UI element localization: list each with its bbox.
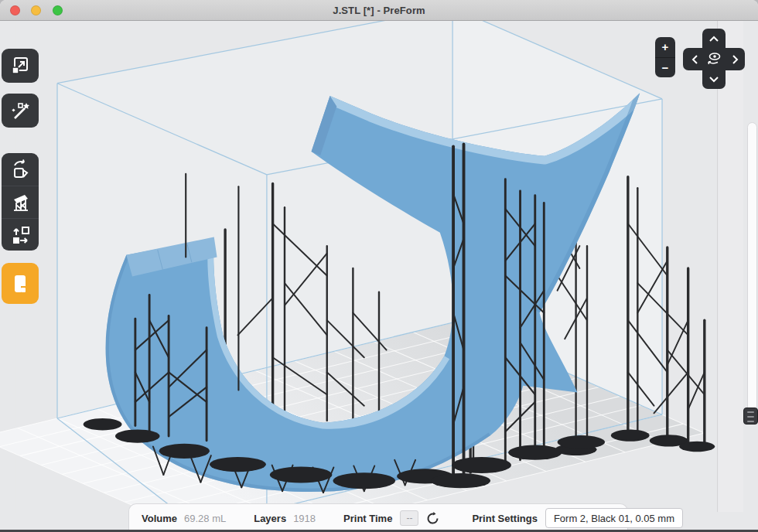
zoom-control: + − [655,37,675,77]
recalculate-print-time-button[interactable] [424,510,441,527]
one-click-print-button[interactable] [2,94,39,128]
rotate-down-button[interactable] [705,71,722,87]
print-settings-label: Print Settings [472,513,538,524]
rotate-cube-icon [9,159,31,180]
print-button[interactable] [2,263,39,304]
refresh-icon [425,511,440,526]
status-bar: Volume 69.28 mL Layers 1918 Print Time -… [128,503,628,532]
viewport-3d-scene[interactable] [0,21,758,532]
print-settings-select[interactable]: Form 2, Black 01, 0.05 mm [545,508,683,528]
volume-value: 69.28 mL [184,513,226,524]
preform-window: J.STL [*] - PreForm [0,0,758,532]
layers-readout: Layers 1918 [254,513,316,524]
zoom-in-button[interactable]: + [655,37,675,58]
title-bar: J.STL [*] - PreForm [0,0,758,21]
layers-value: 1918 [293,513,316,524]
orient-tool-button[interactable] [2,153,39,186]
cartridge-icon [9,273,31,295]
orbit-view-button[interactable] [705,50,722,67]
print-settings-group: Print Settings Form 2, Black 01, 0.05 mm [472,508,683,528]
layer-slider-thumb[interactable] [743,408,758,425]
layout-icon [9,224,31,246]
layer-slider-track[interactable] [747,122,757,413]
right-panel-strip [718,21,743,512]
maximize-window-button[interactable] [53,5,63,15]
print-time-readout: Print Time -- [343,510,441,527]
zoom-out-button[interactable]: − [655,58,675,78]
print-time-label: Print Time [343,513,392,524]
volume-readout: Volume 69.28 mL [142,513,226,524]
chevron-down-icon [708,76,719,83]
chevron-right-icon [732,54,739,65]
minimize-window-button[interactable] [31,5,41,15]
rotate-right-button[interactable] [726,52,743,67]
tool-group [2,153,39,251]
rotate-up-button[interactable] [705,31,722,46]
window-title: J.STL [*] - PreForm [333,5,425,16]
close-window-button[interactable] [10,5,20,15]
view-navigation-pad [683,29,745,89]
viewport-3d[interactable]: + − [0,21,758,532]
chevron-left-icon [691,54,698,65]
layers-label: Layers [254,513,286,524]
scale-icon [9,55,31,77]
chevron-up-icon [708,36,719,43]
rotate-left-button[interactable] [686,52,703,67]
supports-tool-button[interactable] [2,186,39,218]
volume-label: Volume [142,513,177,524]
orbit-eye-icon [705,50,722,67]
size-tool-button[interactable] [2,49,39,83]
print-time-value: -- [400,510,418,526]
magic-wand-icon [9,100,31,121]
supports-icon [9,192,31,213]
layout-tool-button[interactable] [2,218,39,251]
